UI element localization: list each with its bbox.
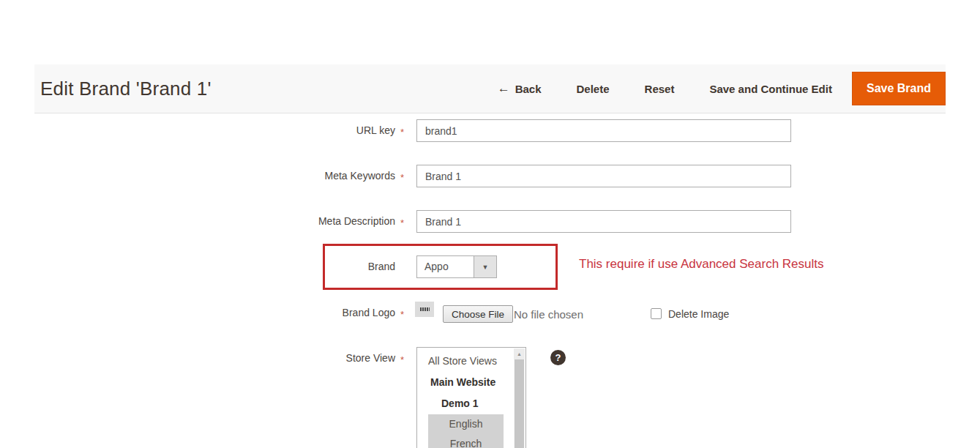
meta-keywords-input[interactable] [416,165,791,187]
store-view-option-english[interactable]: English [428,414,504,434]
choose-file-button[interactable]: Choose File [443,305,513,323]
save-brand-button[interactable]: Save Brand [852,72,946,105]
meta-description-input[interactable] [416,210,791,233]
url-key-label: URL key [205,125,395,136]
no-file-chosen-text: No file chosen [514,308,583,321]
delete-button[interactable]: Delete [577,83,610,95]
brand-annotation-text: This require if use Advanced Search Resu… [579,257,824,272]
multiselect-scrollbar[interactable]: ▲ [514,348,525,448]
delete-image-checkbox[interactable] [651,308,662,319]
store-view-option-all-store-views[interactable]: All Store Views [417,351,525,372]
brand-logo-thumbnail [415,302,434,317]
page-actions: ← Back Delete Reset Save and Continue Ed… [498,72,946,105]
scrollbar-thumb[interactable] [515,359,524,448]
brand-select[interactable]: Appo ▼ [416,255,497,278]
meta-description-label: Meta Description [205,216,395,227]
edit-brand-page: Edit Brand 'Brand 1' ← Back Delete Reset… [0,0,980,448]
store-view-multiselect[interactable]: All Store Views Main Website Demo 1 Engl… [416,347,526,448]
brand-logo-label: Brand Logo [205,307,395,318]
help-icon[interactable]: ? [550,350,566,365]
chevron-down-icon[interactable]: ▼ [474,256,496,277]
reset-button[interactable]: Reset [645,83,675,95]
store-view-option-demo-1[interactable]: Demo 1 [417,393,525,414]
page-title: Edit Brand 'Brand 1' [40,78,212,100]
brand-logo-required-mark: * [400,309,404,320]
back-button-label: Back [515,83,542,95]
page-header: Edit Brand 'Brand 1' ← Back Delete Reset… [34,64,946,113]
store-view-option-main-website[interactable]: Main Website [417,372,525,393]
thumbnail-image-icon [420,307,430,311]
meta-keywords-label: Meta Keywords [205,171,395,182]
meta-keywords-required-mark: * [400,172,404,183]
delete-image-label[interactable]: Delete Image [668,308,729,320]
scrollbar-up-arrow-icon[interactable]: ▲ [514,348,525,359]
url-key-required-mark: * [400,127,404,138]
store-view-label: Store View [205,353,395,364]
brand-label: Brand [205,261,395,272]
url-key-input[interactable] [416,119,791,142]
save-and-continue-button[interactable]: Save and Continue Edit [709,83,832,95]
brand-select-value: Appo [417,256,474,277]
meta-description-required-mark: * [400,217,404,228]
store-view-option-french[interactable]: French [428,434,504,448]
store-view-required-mark: * [400,354,404,365]
back-button[interactable]: ← Back [498,81,542,96]
back-arrow-icon: ← [498,81,510,96]
